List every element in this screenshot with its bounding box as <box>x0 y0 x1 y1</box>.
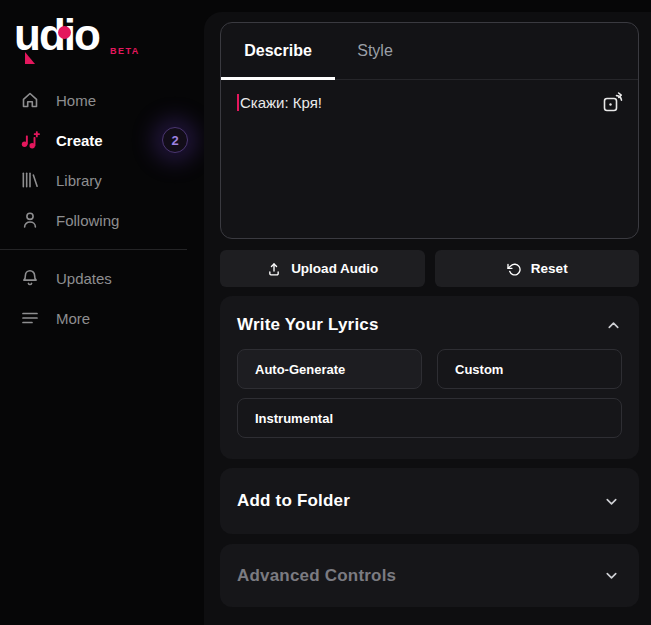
create-count-badge: 2 <box>162 127 188 153</box>
sidebar: udio BETA Home Cr <box>0 0 204 625</box>
chevron-up-icon <box>605 317 622 334</box>
upload-icon <box>266 261 282 277</box>
sidebar-item-more[interactable]: More <box>0 298 204 338</box>
dice-icon <box>601 90 625 114</box>
undo-icon <box>506 261 522 277</box>
lyrics-option-custom[interactable]: Custom <box>437 349 622 389</box>
reset-label: Reset <box>531 261 568 276</box>
upload-audio-button[interactable]: Upload Audio <box>220 250 425 287</box>
sidebar-item-following[interactable]: Following <box>0 200 204 240</box>
chevron-down-icon <box>603 567 620 584</box>
sidebar-item-label: Library <box>56 172 102 189</box>
udio-app: udio BETA Home Cr <box>0 0 651 625</box>
text-caret <box>237 94 239 111</box>
create-panel: Describe Style Скажи: Кря! <box>204 12 651 625</box>
add-to-folder-title: Add to Folder <box>237 491 350 511</box>
logo-wordmark: udio <box>14 10 99 59</box>
library-icon <box>20 170 40 190</box>
sidebar-item-label: Create <box>56 132 103 149</box>
lyrics-options: Auto-Generate Custom Instrumental <box>237 349 622 438</box>
upload-audio-label: Upload Audio <box>291 261 378 276</box>
lyrics-title: Write Your Lyrics <box>237 315 379 335</box>
sidebar-item-label: Following <box>56 212 119 229</box>
lyrics-section: Write Your Lyrics Auto-Generate Custom I… <box>220 296 639 459</box>
person-icon <box>20 210 40 230</box>
udio-logo[interactable]: udio BETA <box>14 10 184 64</box>
prompt-input[interactable]: Скажи: Кря! <box>221 80 638 238</box>
advanced-controls-section[interactable]: Advanced Controls <box>220 544 639 607</box>
sidebar-item-updates[interactable]: Updates <box>0 258 204 298</box>
sidebar-item-label: More <box>56 310 90 327</box>
menu-icon <box>20 308 40 328</box>
logo-i-dot <box>58 26 71 39</box>
reset-button[interactable]: Reset <box>435 250 640 287</box>
prompt-panel: Describe Style Скажи: Кря! <box>220 22 639 239</box>
sidebar-item-create[interactable]: Create 2 <box>0 120 204 160</box>
bell-icon <box>20 268 40 288</box>
lyrics-option-instrumental[interactable]: Instrumental <box>237 398 622 438</box>
chevron-down-icon <box>603 493 620 510</box>
tab-style[interactable]: Style <box>335 23 415 79</box>
action-buttons: Upload Audio Reset <box>220 250 639 287</box>
prompt-tabbar: Describe Style <box>221 23 638 80</box>
music-note-plus-icon <box>20 130 40 150</box>
advanced-controls-title: Advanced Controls <box>237 566 396 586</box>
tab-describe[interactable]: Describe <box>221 23 335 79</box>
lyrics-option-auto-generate[interactable]: Auto-Generate <box>237 349 422 389</box>
sidebar-item-label: Home <box>56 92 96 109</box>
sidebar-item-home[interactable]: Home <box>0 80 204 120</box>
sidebar-item-library[interactable]: Library <box>0 160 204 200</box>
sidebar-item-label: Updates <box>56 270 112 287</box>
sidebar-nav: Home Create 2 Library <box>0 80 204 338</box>
add-to-folder-section[interactable]: Add to Folder <box>220 468 639 534</box>
lyrics-section-header[interactable]: Write Your Lyrics <box>237 315 622 335</box>
random-prompt-button[interactable] <box>600 90 626 116</box>
beta-badge: BETA <box>110 46 140 56</box>
prompt-text: Скажи: Кря! <box>240 94 322 111</box>
sidebar-divider <box>0 249 187 250</box>
home-icon <box>20 90 40 110</box>
